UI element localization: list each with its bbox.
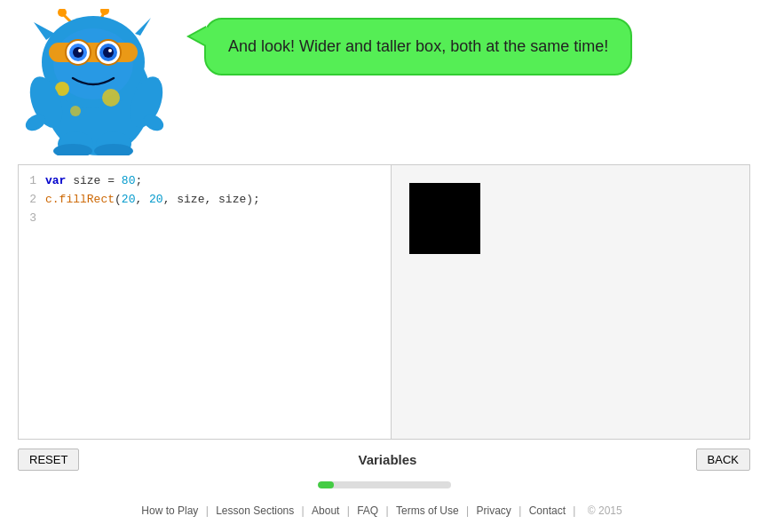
header-area: And look! Wider and taller box, both at … — [0, 0, 768, 164]
progress-bar-background — [318, 481, 451, 488]
footer-link-terms[interactable]: Terms of Use — [396, 504, 459, 517]
footer-link-about[interactable]: About — [312, 504, 339, 517]
footer-separator-4: | — [386, 504, 392, 517]
footer-separator-3: | — [347, 504, 352, 517]
speech-bubble-text: And look! Wider and taller box, both at … — [228, 37, 608, 55]
code-content-2: c.fillRect(20, 20, size, size); — [45, 191, 260, 210]
footer-link-privacy[interactable]: Privacy — [476, 504, 511, 517]
speech-bubble: And look! Wider and taller box, both at … — [204, 18, 632, 75]
footer-separator-1: | — [206, 504, 211, 517]
line-number-3: 3 — [19, 210, 45, 228]
code-content-1: var size = 80; — [45, 172, 142, 191]
footer-separator-2: | — [302, 504, 307, 517]
canvas-preview-rect — [409, 183, 480, 254]
svg-point-3 — [100, 9, 109, 15]
svg-point-15 — [103, 47, 114, 58]
svg-point-16 — [78, 49, 82, 52]
line-number-1: 1 — [19, 172, 45, 191]
footer-link-how-to-play[interactable]: How to Play — [141, 504, 198, 517]
footer-link-contact[interactable]: Contact — [529, 504, 566, 517]
footer-separator-7: | — [573, 504, 578, 517]
code-line-2: 2 c.fillRect(20, 20, size, size); — [19, 191, 391, 210]
code-line-3: 3 — [19, 210, 391, 228]
line-number-2: 2 — [19, 191, 45, 210]
progress-container — [0, 478, 768, 492]
footer-link-lesson-sections[interactable]: Lesson Sections — [216, 504, 294, 517]
footer-separator-5: | — [466, 504, 471, 517]
footer-link-faq[interactable]: FAQ — [357, 504, 378, 517]
editor-area: 1 var size = 80; 2 c.fillRect(20, 20, si… — [18, 164, 750, 440]
code-panel[interactable]: 1 var size = 80; 2 c.fillRect(20, 20, si… — [19, 165, 392, 439]
footer-copyright: © 2015 — [588, 504, 622, 517]
back-button[interactable]: BACK — [696, 449, 750, 471]
svg-point-19 — [102, 89, 120, 107]
mascot-image — [9, 9, 178, 155]
svg-point-20 — [70, 106, 81, 116]
toolbar: RESET Variables BACK — [0, 441, 768, 478]
progress-bar-fill — [318, 481, 334, 488]
svg-marker-7 — [135, 18, 151, 36]
reset-button[interactable]: RESET — [18, 449, 79, 471]
footer-separator-6: | — [519, 504, 524, 517]
footer: How to Play | Lesson Sections | About | … — [0, 496, 768, 526]
svg-rect-9 — [49, 43, 138, 62]
code-line-1: 1 var size = 80; — [19, 172, 391, 191]
svg-point-14 — [73, 47, 83, 58]
canvas-panel — [392, 165, 749, 439]
svg-point-17 — [108, 49, 112, 52]
lesson-title: Variables — [359, 452, 417, 467]
mascot-container — [9, 9, 186, 160]
